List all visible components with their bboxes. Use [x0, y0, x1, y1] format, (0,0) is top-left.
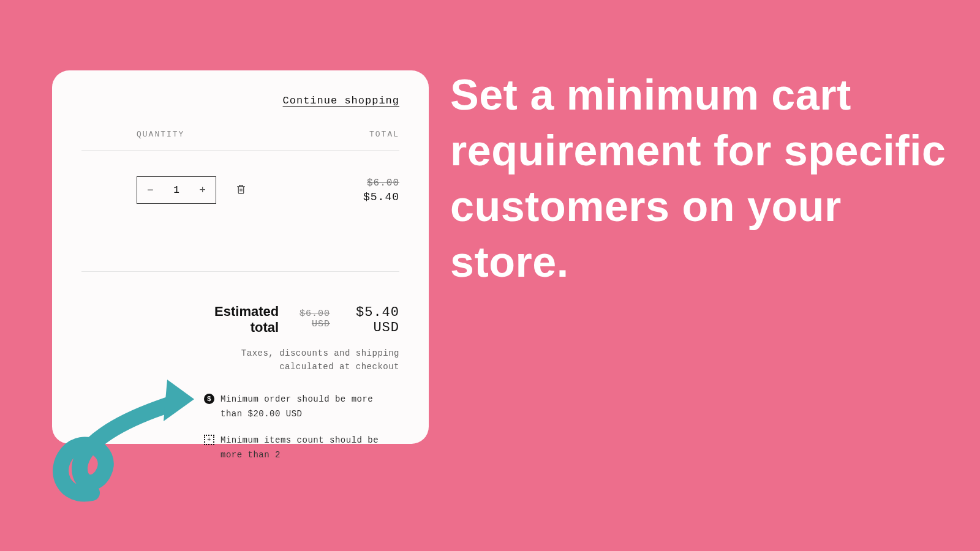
minimum-items-message: + Minimum items count should be more tha… [204, 433, 399, 463]
increment-button[interactable]: + [189, 184, 216, 197]
line-price: $5.40 [363, 191, 399, 203]
quantity-group: − 1 + [137, 176, 249, 204]
minimum-items-text: Minimum items count should be more than … [221, 433, 399, 463]
header-quantity: QUANTITY [137, 130, 184, 139]
quantity-value: 1 [164, 185, 190, 196]
dollar-icon: $ [204, 394, 214, 404]
continue-shopping-link[interactable]: Continue shopping [81, 95, 399, 107]
header-total: TOTAL [369, 130, 399, 139]
quantity-stepper[interactable]: − 1 + [137, 176, 216, 204]
estimated-total-label: Estimated total [204, 304, 279, 335]
trash-icon [236, 184, 246, 195]
curved-arrow-icon [21, 361, 199, 502]
estimated-new-price: $5.40 USD [339, 305, 399, 335]
decrement-button[interactable]: − [137, 184, 164, 197]
marketing-headline: Set a minimum cart requirement for speci… [450, 67, 952, 290]
line-price-column: $6.00 $5.40 [363, 178, 399, 203]
estimated-total-row: Estimated total $6.00 USD $5.40 USD [204, 304, 399, 335]
line-old-price: $6.00 [363, 178, 399, 189]
cart-line-item: − 1 + $6.00 $5.40 [81, 151, 399, 272]
minimum-order-text: Minimum order should be more than $20.00… [221, 392, 399, 422]
items-count-icon: + [204, 435, 214, 445]
cart-column-headers: QUANTITY TOTAL [81, 130, 399, 151]
taxes-note: Taxes, discounts and shipping calculated… [204, 347, 399, 374]
minimum-order-message: $ Minimum order should be more than $20.… [204, 392, 399, 422]
estimated-old-price: $6.00 USD [287, 309, 330, 329]
remove-item-button[interactable] [233, 181, 249, 199]
